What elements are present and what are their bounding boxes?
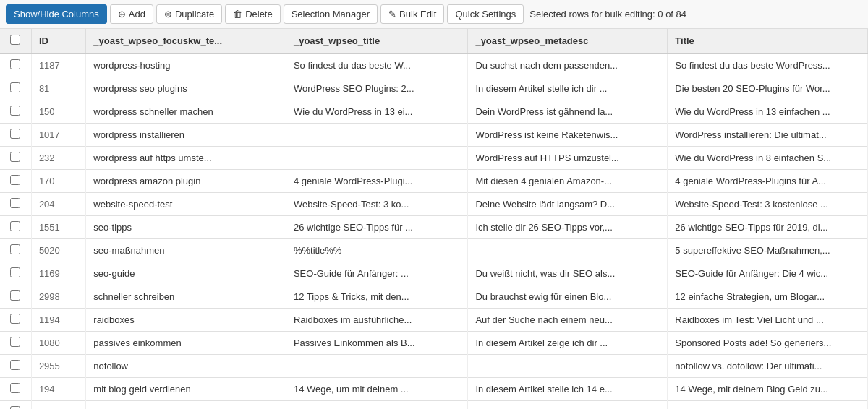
header-checkbox-cell[interactable]	[0, 29, 31, 53]
row-checkbox-cell[interactable]	[0, 53, 31, 77]
row-seo-title	[286, 124, 467, 147]
row-id: 1551	[31, 216, 85, 239]
selected-rows-info: Selected rows for bulk editing: 0 of 84	[529, 9, 686, 20]
table-row: 2998schneller schreiben12 Tipps & Tricks…	[0, 285, 868, 309]
row-checkbox[interactable]	[10, 314, 20, 324]
table-row: 1169seo-guideSEO-Guide für Anfänger: ...…	[0, 262, 868, 285]
row-focuskw: seo-tipps	[86, 216, 286, 239]
row-checkbox-cell[interactable]	[0, 378, 31, 401]
quick-settings-button[interactable]: Quick Settings	[447, 4, 524, 24]
row-seo-title: WordPress SEO Plugins: 2...	[286, 77, 467, 100]
row-checkbox[interactable]	[10, 337, 20, 347]
row-checkbox[interactable]	[10, 244, 20, 254]
row-post-title: Wie du WordPress in 8 einfachen S...	[668, 147, 868, 170]
row-metadesc: Du weißt nicht, was dir SEO als...	[468, 262, 668, 285]
row-focuskw: wordpress schneller machen	[86, 100, 286, 124]
add-button[interactable]: ⊕ Add	[110, 4, 153, 24]
table-row: 81wordpress seo pluginsWordPress SEO Plu…	[0, 77, 868, 100]
row-seo-title: %%title%%	[286, 239, 467, 262]
row-checkbox-cell[interactable]	[0, 285, 31, 309]
row-focuskw: wordpress-hosting	[86, 53, 286, 77]
row-checkbox[interactable]	[10, 221, 20, 231]
row-checkbox[interactable]	[10, 290, 20, 301]
table-row: 204website-speed-testWebsite-Speed-Test:…	[0, 193, 868, 216]
row-metadesc: Du brauchst ewig für einen Blo...	[468, 285, 668, 309]
row-checkbox[interactable]	[10, 152, 20, 162]
row-checkbox[interactable]	[10, 59, 20, 69]
row-focuskw: seo-guide	[86, 262, 286, 285]
row-checkbox[interactable]	[10, 267, 20, 277]
table-row: 1017wordpress installierenWordPress ist …	[0, 124, 868, 147]
row-metadesc: WordPress ist keine Raketenwis...	[468, 124, 668, 147]
row-checkbox-cell[interactable]	[0, 262, 31, 285]
row-focuskw: wordpress seo plugins	[86, 77, 286, 100]
row-metadesc: Ich stelle dir 26 SEO-Tipps vor,...	[468, 216, 668, 239]
trash-icon: 🗑	[233, 9, 242, 20]
row-seo-title: Raidboxes im ausführliche...	[286, 309, 467, 332]
row-id: 170	[31, 170, 85, 193]
row-checkbox-cell[interactable]	[0, 147, 31, 170]
bulk-edit-icon: ✎	[388, 9, 396, 20]
delete-button[interactable]: 🗑 Delete	[225, 4, 281, 24]
row-checkbox-cell[interactable]	[0, 309, 31, 332]
row-seo-title: 12 Tipps & Tricks, mit den...	[286, 285, 467, 309]
header-id: ID	[31, 29, 85, 53]
row-checkbox-cell[interactable]	[0, 355, 31, 378]
row-id: 5020	[31, 239, 85, 262]
row-checkbox[interactable]	[10, 360, 20, 370]
toolbar: Show/Hide Columns ⊕ Add ⊜ Duplicate 🗑 De…	[0, 0, 868, 29]
row-seo-title: So findest du das beste W...	[286, 53, 467, 77]
table-row: 232wordpress auf https umste...WordPress…	[0, 147, 868, 170]
row-checkbox-cell[interactable]	[0, 124, 31, 147]
row-id: 232	[31, 147, 85, 170]
row-checkbox-cell[interactable]	[0, 100, 31, 124]
row-metadesc: WordPress auf HTTPS umzustel...	[468, 147, 668, 170]
table-row: 1194raidboxesRaidboxes im ausführliche..…	[0, 309, 868, 332]
row-checkbox-cell[interactable]	[0, 170, 31, 193]
table-body: 1187wordpress-hostingSo findest du das b…	[0, 53, 868, 409]
row-id: 150	[31, 100, 85, 124]
row-post-title: Die besten 20 SEO-Plugins für Wor...	[668, 77, 868, 100]
table-row: 194mit blog geld verdienen14 Wege, um mi…	[0, 378, 868, 401]
row-metadesc: Dein WordPress ist gähnend la...	[468, 100, 668, 124]
row-checkbox[interactable]	[10, 406, 20, 409]
duplicate-button[interactable]: ⊜ Duplicate	[156, 4, 222, 24]
table-row: 1551seo-tipps26 wichtige SEO-Tipps für .…	[0, 216, 868, 239]
selection-manager-button[interactable]: Selection Manager	[284, 4, 378, 24]
row-checkbox-cell[interactable]	[0, 239, 31, 262]
row-checkbox[interactable]	[10, 106, 20, 116]
row-post-title: So findest du das beste WordPress...	[668, 53, 868, 77]
row-checkbox[interactable]	[10, 175, 20, 185]
row-metadesc: Auf der Suche nach einem neu...	[468, 309, 668, 332]
row-checkbox-cell[interactable]	[0, 193, 31, 216]
data-table: ID _yoast_wpseo_focuskw_te... _yoast_wps…	[0, 29, 868, 409]
header-metadesc: _yoast_wpseo_metadesc	[468, 29, 668, 53]
bulk-edit-button[interactable]: ✎ Bulk Edit	[380, 4, 444, 24]
row-id: 1187	[31, 53, 85, 77]
row-focuskw: wordpress amazon plugin	[86, 170, 286, 193]
row-checkbox-cell[interactable]	[0, 77, 31, 100]
row-checkbox[interactable]	[10, 198, 20, 208]
row-post-title: SEO-Guide für Anfänger: Die 4 wic...	[668, 262, 868, 285]
row-checkbox[interactable]	[10, 82, 20, 92]
row-checkbox-cell[interactable]	[0, 401, 31, 410]
row-post-title: WordPress installieren: Die ultimat...	[668, 124, 868, 147]
duplicate-icon: ⊜	[164, 9, 172, 20]
row-seo-title: 26 wichtige SEO-Tipps für ...	[286, 216, 467, 239]
row-checkbox[interactable]	[10, 383, 20, 393]
row-focuskw: seo-maßnahmen	[86, 239, 286, 262]
row-metadesc: Deine Website lädt langsam? D...	[468, 193, 668, 216]
table-row: 1187wordpress-hostingSo findest du das b…	[0, 53, 868, 77]
select-all-checkbox[interactable]	[10, 35, 20, 45]
row-post-title: Raidboxes im Test: Viel Licht und ...	[668, 309, 868, 332]
header-focuskw: _yoast_wpseo_focuskw_te...	[86, 29, 286, 53]
add-icon: ⊕	[118, 9, 126, 20]
row-checkbox-cell[interactable]	[0, 332, 31, 355]
table-row: 2955nofollownofollow vs. dofollow: Der u…	[0, 355, 868, 378]
show-hide-columns-button[interactable]: Show/Hide Columns	[6, 4, 107, 24]
row-post-title: Wie du WordPress in 13 einfachen ...	[668, 100, 868, 124]
row-checkbox-cell[interactable]	[0, 216, 31, 239]
table-row: 170wordpress amazon plugin4 geniale Word…	[0, 170, 868, 193]
row-seo-title: SEO-Guide für Anfänger: ...	[286, 262, 467, 285]
row-checkbox[interactable]	[10, 129, 20, 139]
